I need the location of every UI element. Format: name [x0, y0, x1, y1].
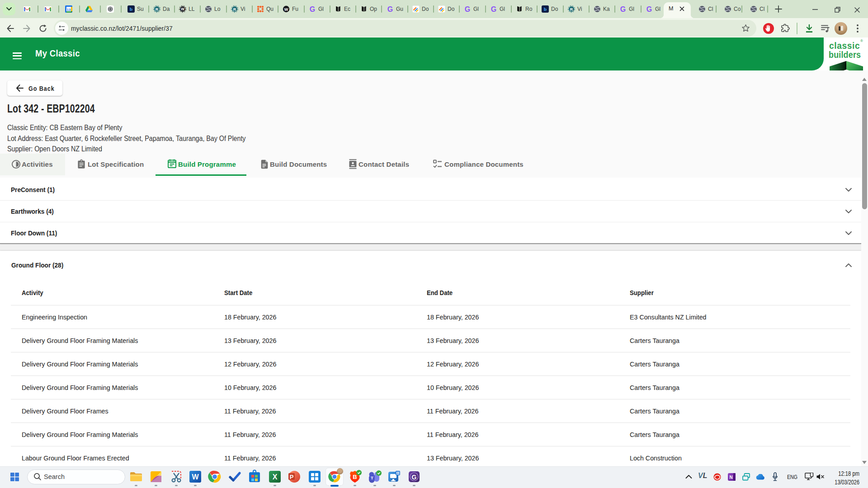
svg-text:G: G: [620, 5, 626, 13]
svg-text:W: W: [181, 7, 185, 11]
svg-text:W: W: [192, 473, 199, 481]
svg-text:G: G: [491, 5, 496, 13]
svg-text:G: G: [412, 474, 417, 481]
svg-text:R: R: [233, 7, 236, 12]
svg-text:X: X: [273, 473, 278, 481]
svg-text:b: b: [130, 6, 132, 12]
svg-text:P: P: [290, 474, 294, 480]
svg-text:G: G: [310, 5, 315, 13]
svg-text:R: R: [156, 7, 159, 12]
svg-text:G: G: [387, 5, 393, 13]
svg-text:G: G: [646, 5, 652, 13]
svg-text:b: b: [544, 6, 547, 12]
svg-text:N: N: [729, 475, 732, 480]
svg-text:B: B: [353, 474, 357, 480]
svg-text:R: R: [570, 7, 573, 12]
svg-text:T: T: [371, 475, 373, 480]
svg-text:W: W: [284, 7, 288, 12]
svg-text:13: 13: [67, 8, 71, 12]
svg-text:G: G: [465, 5, 470, 13]
